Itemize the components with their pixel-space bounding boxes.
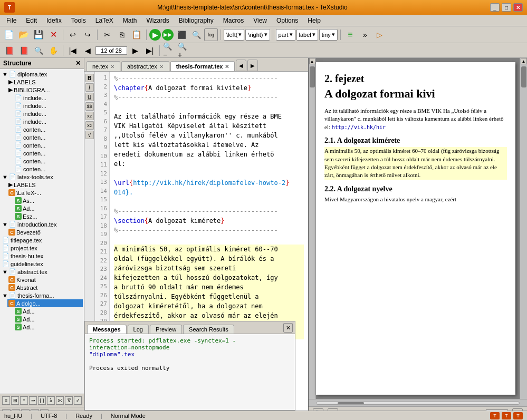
bold-button[interactable]: B — [85, 74, 94, 82]
tree-item-abstract[interactable]: ▼ 📄 abstract.tex — [1, 268, 83, 276]
tree-item-biblio[interactable]: ▶ BIBLIOGRA... — [7, 86, 83, 94]
tree-item-conten1[interactable]: 📄 conten... — [14, 125, 83, 133]
compile-run-button[interactable]: ▶ — [149, 29, 161, 41]
tree-item-tf-ad2[interactable]: S Ad... — [14, 315, 83, 323]
search-button[interactable]: 🔍 — [189, 28, 203, 41]
pdf-zoom-in[interactable]: 🔍+ — [177, 44, 191, 57]
tree-item-lt-labels[interactable]: ▶ LABELS — [7, 181, 83, 189]
tree-item-tf-ad1[interactable]: S Ad... — [14, 307, 83, 315]
tree-item-labels[interactable]: ▶ LABELS — [7, 78, 83, 86]
tab-abstract-close[interactable]: ✕ — [159, 64, 164, 70]
struct-btn-9[interactable]: ✓ — [74, 396, 82, 405]
tree-item-latextools[interactable]: ▼ 📄 latex-tools.tex — [1, 173, 83, 181]
struct-btn-8[interactable]: ∇ — [65, 396, 73, 405]
tree-item-conten6[interactable]: 📄 conten... — [14, 165, 83, 173]
msg-tab-log[interactable]: Log — [128, 325, 149, 334]
tree-item-include2[interactable]: 📄 include... — [14, 102, 83, 110]
tree-item-conten4[interactable]: 📄 conten... — [14, 149, 83, 157]
tree-item-bevezeto[interactable]: C Bevezető — [7, 228, 83, 236]
tree-item-kivonat[interactable]: C Kivonat — [7, 276, 83, 284]
close-button[interactable]: ✕ — [513, 3, 523, 12]
expand-button[interactable]: » — [358, 28, 372, 41]
messages-close-button[interactable]: ✕ — [283, 323, 293, 333]
tab-nav-left[interactable]: ◀ — [236, 60, 246, 71]
stop-button[interactable]: ⬛ — [175, 28, 188, 41]
pdf-next-page[interactable]: ▶ — [128, 44, 142, 57]
tree-item-guideline[interactable]: 📄 guideline.tex — [1, 260, 83, 268]
left-delimiter-dropdown[interactable]: \left( ▾ — [224, 29, 244, 41]
tree-item-lt-as[interactable]: S As... — [14, 197, 83, 204]
undo-button[interactable]: ↩ — [66, 28, 80, 41]
tree-item-include3[interactable]: 📄 include... — [14, 110, 83, 118]
copy-button[interactable]: ⎘ — [115, 28, 129, 41]
subscript-button[interactable]: x2 — [85, 121, 94, 130]
pdf-toolbar-icon1[interactable]: 📕 — [2, 44, 16, 57]
right-delimiter-dropdown[interactable]: \right) ▾ — [245, 29, 270, 41]
scroll-up-btn-right[interactable]: ▲ — [521, 58, 527, 64]
status-icon2[interactable]: T — [502, 412, 511, 419]
menu-view[interactable]: View — [249, 16, 271, 25]
struct-btn-7[interactable]: Ж — [56, 396, 64, 405]
structure-dropdown[interactable]: part ▾ — [276, 29, 295, 41]
tab-nav-right[interactable]: ▶ — [247, 60, 258, 71]
tree-item-lt-esz[interactable]: S Esz... — [14, 212, 83, 220]
triangle-button[interactable]: ▷ — [373, 28, 387, 41]
pdf-toolbar-search[interactable]: 🔍 — [32, 44, 45, 57]
menu-latex[interactable]: LaTeX — [91, 16, 118, 25]
new-button[interactable]: 📄 — [2, 28, 16, 41]
tab-thesisformat[interactable]: thesis-format.tex ✕ — [170, 61, 235, 71]
log-button[interactable]: log — [204, 28, 218, 41]
tree-item-introduction[interactable]: ▼ 📄 introduction.tex — [1, 220, 83, 228]
tree-item-tf-ad3[interactable]: S Ad... — [14, 323, 83, 331]
pdf-vscrollbar-right[interactable]: ▲ — [520, 58, 527, 399]
tab-ne-close[interactable]: ✕ — [110, 64, 114, 70]
tab-ne[interactable]: ne.tex ✕ — [87, 61, 120, 71]
status-icon3[interactable]: T — [513, 412, 523, 419]
struct-btn-2[interactable]: ⊞ — [11, 396, 19, 405]
scroll-thumb-right[interactable] — [521, 66, 526, 87]
maximize-button[interactable]: □ — [502, 3, 511, 12]
menu-tools[interactable]: Tools — [67, 16, 90, 25]
scroll-thumb[interactable] — [310, 66, 315, 87]
superscript-button[interactable]: x2 — [85, 112, 94, 120]
tree-item-diploma[interactable]: ▼ 📄 diploma.tex — [1, 70, 83, 78]
compile-button[interactable]: ▶▶ — [162, 29, 174, 41]
menu-help[interactable]: Help — [303, 16, 325, 25]
tree-item-abstract-en[interactable]: C Abstract — [7, 284, 83, 291]
menu-idefix[interactable]: Idefix — [42, 16, 66, 25]
underline-button[interactable]: U — [85, 93, 94, 101]
tree-item-include1[interactable]: 📄 include... — [14, 94, 83, 102]
redo-button[interactable]: ↪ — [81, 28, 94, 41]
pdf-zoom-out[interactable]: 🔍− — [162, 44, 176, 57]
close-doc-button[interactable]: ✕ — [46, 28, 60, 41]
struct-btn-4[interactable]: ⇒ — [29, 396, 37, 405]
tab-thesisformat-close[interactable]: ✕ — [225, 64, 229, 70]
pdf-toolbar-icon2[interactable]: 📕 — [17, 44, 31, 57]
ref-dropdown[interactable]: label ▾ — [296, 29, 318, 41]
msg-tab-search[interactable]: Search Results — [183, 325, 234, 334]
menu-wizards[interactable]: Wizards — [142, 16, 173, 25]
pdf-prev-page[interactable]: ◀ — [81, 44, 94, 57]
menu-macros[interactable]: Macros — [219, 16, 248, 25]
italic-button[interactable]: I — [85, 83, 94, 92]
pdf-hscrollbar[interactable] — [309, 399, 527, 406]
menu-edit[interactable]: Edit — [22, 16, 41, 25]
status-icon1[interactable]: T — [490, 412, 500, 419]
tree-item-dolgozat-selected[interactable]: C A dolgo... — [7, 299, 83, 307]
structure-close[interactable]: ✕ — [75, 60, 81, 67]
tree-item-lt-latex[interactable]: C \LaTeX-... — [7, 189, 83, 197]
paste-button[interactable]: 📋 — [130, 28, 143, 41]
tree-item-thesisformat[interactable]: ▼ 📄 thesis-forma... — [1, 291, 83, 299]
msg-tab-messages[interactable]: Messages — [87, 325, 127, 334]
tree-item-lt-ad[interactable]: S Ad... — [14, 204, 83, 212]
struct-btn-5[interactable]: { } — [38, 396, 46, 405]
menu-options[interactable]: Options — [272, 16, 302, 25]
struct-btn-3[interactable]: * — [20, 396, 28, 405]
menu-math[interactable]: Math — [119, 16, 141, 25]
tree-item-project[interactable]: 📄 project.tex — [1, 244, 83, 252]
tree-item-include4[interactable]: 📄 include... — [14, 118, 83, 125]
pdf-toolbar-hand[interactable]: ✋ — [46, 44, 60, 57]
math-inline-button[interactable]: $$ — [85, 102, 94, 111]
tree-item-titlepage[interactable]: 📄 titlepage.tex — [1, 236, 83, 244]
scroll-up-btn[interactable]: ▲ — [309, 58, 315, 64]
